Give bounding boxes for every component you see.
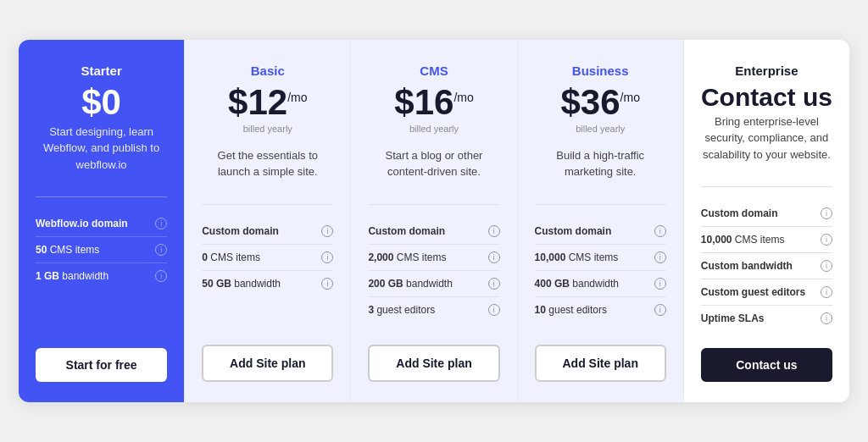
plan-cta-enterprise: Contact us bbox=[701, 348, 832, 382]
feature-label: 50 CMS items bbox=[36, 244, 99, 256]
list-item: Webflow.io domaini bbox=[36, 211, 167, 237]
list-item: Custom guest editorsi bbox=[701, 279, 832, 306]
features-list-enterprise: Custom domaini10,000 CMS itemsiCustom ba… bbox=[701, 201, 832, 331]
feature-label: 1 GB bandwidth bbox=[36, 270, 108, 282]
plan-description-basic: Get the essentials to launch a simple si… bbox=[202, 147, 333, 180]
feature-label: Custom bandwidth bbox=[701, 260, 793, 272]
info-icon[interactable]: i bbox=[654, 251, 666, 263]
plan-cta-cms: Add Site plan bbox=[368, 345, 499, 382]
list-item: 0 CMS itemsi bbox=[202, 245, 333, 271]
info-icon[interactable]: i bbox=[654, 278, 666, 290]
features-divider-cms bbox=[368, 204, 499, 205]
list-item: Custom domaini bbox=[368, 218, 499, 245]
plan-price-business: $36/mo bbox=[535, 85, 666, 120]
features-list-starter: Webflow.io domaini50 CMS itemsi1 GB band… bbox=[36, 211, 167, 310]
info-icon[interactable]: i bbox=[488, 251, 500, 263]
info-icon[interactable]: i bbox=[321, 225, 333, 237]
feature-label: 10 guest editors bbox=[535, 304, 607, 316]
plan-card-enterprise: EnterpriseContact usBring enterprise-lev… bbox=[684, 40, 849, 403]
plan-description-cms: Start a blog or other content-driven sit… bbox=[368, 147, 499, 180]
billed-yearly-basic: billed yearly bbox=[202, 124, 333, 134]
info-icon[interactable]: i bbox=[155, 244, 167, 256]
cta-button-enterprise[interactable]: Contact us bbox=[701, 348, 832, 382]
plan-name-cms: CMS bbox=[368, 64, 499, 78]
features-list-cms: Custom domaini2,000 CMS itemsi200 GB ban… bbox=[368, 218, 499, 325]
info-icon[interactable]: i bbox=[821, 312, 832, 324]
plan-card-business: Business$36/mobilled yearlyBuild a high-… bbox=[518, 40, 684, 403]
list-item: Custom bandwidthi bbox=[701, 253, 832, 279]
info-icon[interactable]: i bbox=[821, 207, 832, 219]
info-icon[interactable]: i bbox=[821, 286, 832, 298]
list-item: 200 GB bandwidthi bbox=[368, 271, 499, 297]
plan-name-basic: Basic bbox=[202, 64, 333, 78]
plan-cta-starter: Start for free bbox=[36, 348, 167, 382]
info-icon[interactable]: i bbox=[488, 278, 500, 290]
info-icon[interactable]: i bbox=[321, 251, 333, 263]
info-icon[interactable]: i bbox=[654, 304, 666, 316]
cta-button-cms[interactable]: Add Site plan bbox=[368, 345, 499, 382]
feature-label: Custom domain bbox=[368, 225, 445, 237]
feature-label: Custom domain bbox=[202, 225, 279, 237]
plan-price-basic: $12/mo bbox=[202, 85, 333, 120]
feature-label: 10,000 CMS items bbox=[701, 234, 785, 246]
list-item: 10 guest editorsi bbox=[535, 297, 666, 323]
list-item: 10,000 CMS itemsi bbox=[701, 227, 832, 253]
plan-card-cms: CMS$16/mobilled yearlyStart a blog or ot… bbox=[351, 40, 517, 403]
info-icon[interactable]: i bbox=[488, 304, 500, 316]
features-divider-starter bbox=[36, 196, 167, 197]
feature-label: 400 GB bandwidth bbox=[535, 278, 619, 290]
plan-name-business: Business bbox=[535, 64, 666, 78]
plan-description-starter: Start designing, learn Webflow, and publ… bbox=[36, 124, 167, 174]
plan-cta-basic: Add Site plan bbox=[202, 345, 333, 382]
feature-label: Custom guest editors bbox=[701, 286, 805, 298]
feature-label: 0 CMS items bbox=[202, 251, 260, 263]
billed-yearly-business: billed yearly bbox=[535, 124, 666, 134]
list-item: 1 GB bandwidthi bbox=[36, 263, 167, 289]
list-item: 50 GB bandwidthi bbox=[202, 271, 333, 296]
features-divider-enterprise bbox=[701, 186, 832, 187]
plan-price-enterprise: Contact us bbox=[701, 85, 832, 110]
plan-name-enterprise: Enterprise bbox=[701, 64, 832, 78]
feature-label: Custom domain bbox=[701, 207, 778, 219]
info-icon[interactable]: i bbox=[488, 225, 500, 237]
feature-label: 200 GB bandwidth bbox=[368, 278, 452, 290]
list-item: Custom domaini bbox=[202, 218, 333, 245]
info-icon[interactable]: i bbox=[821, 234, 832, 246]
cta-button-business[interactable]: Add Site plan bbox=[535, 345, 666, 382]
list-item: 50 CMS itemsi bbox=[36, 237, 167, 263]
plan-price-starter: $0 bbox=[36, 85, 167, 120]
info-icon[interactable]: i bbox=[155, 270, 167, 282]
list-item: 2,000 CMS itemsi bbox=[368, 245, 499, 271]
list-item: 400 GB bandwidthi bbox=[535, 271, 666, 297]
feature-label: Webflow.io domain bbox=[36, 218, 128, 229]
pricing-container: Starter$0Start designing, learn Webflow,… bbox=[19, 40, 849, 403]
feature-label: 2,000 CMS items bbox=[368, 251, 446, 263]
plan-card-basic: Basic$12/mobilled yearlyGet the essentia… bbox=[185, 40, 351, 403]
plan-price-cms: $16/mo bbox=[368, 85, 499, 120]
plan-card-starter: Starter$0Start designing, learn Webflow,… bbox=[19, 40, 185, 403]
cta-button-starter[interactable]: Start for free bbox=[36, 348, 167, 382]
features-list-basic: Custom domaini0 CMS itemsi50 GB bandwidt… bbox=[202, 218, 333, 312]
billed-yearly-cms: billed yearly bbox=[368, 124, 499, 134]
info-icon[interactable]: i bbox=[321, 278, 333, 290]
plan-cta-business: Add Site plan bbox=[535, 345, 666, 382]
plan-description-business: Build a high-traffic marketing site. bbox=[535, 147, 666, 180]
feature-label: 10,000 CMS items bbox=[535, 251, 619, 263]
plan-description-enterprise: Bring enterprise-level security, complia… bbox=[701, 113, 832, 163]
features-divider-basic bbox=[202, 204, 333, 205]
feature-label: 3 guest editors bbox=[368, 304, 435, 316]
feature-label: Custom domain bbox=[535, 225, 612, 237]
list-item: Custom domaini bbox=[701, 201, 832, 227]
features-list-business: Custom domaini10,000 CMS itemsi400 GB ba… bbox=[535, 218, 666, 325]
list-item: 3 guest editorsi bbox=[368, 297, 499, 323]
plan-name-starter: Starter bbox=[36, 64, 167, 78]
list-item: Uptime SLAsi bbox=[701, 306, 832, 331]
cta-button-basic[interactable]: Add Site plan bbox=[202, 345, 333, 382]
info-icon[interactable]: i bbox=[821, 260, 832, 272]
list-item: 10,000 CMS itemsi bbox=[535, 245, 666, 271]
feature-label: Uptime SLAs bbox=[701, 312, 765, 324]
info-icon[interactable]: i bbox=[654, 225, 666, 237]
list-item: Custom domaini bbox=[535, 218, 666, 245]
info-icon[interactable]: i bbox=[155, 218, 167, 229]
feature-label: 50 GB bandwidth bbox=[202, 278, 281, 290]
